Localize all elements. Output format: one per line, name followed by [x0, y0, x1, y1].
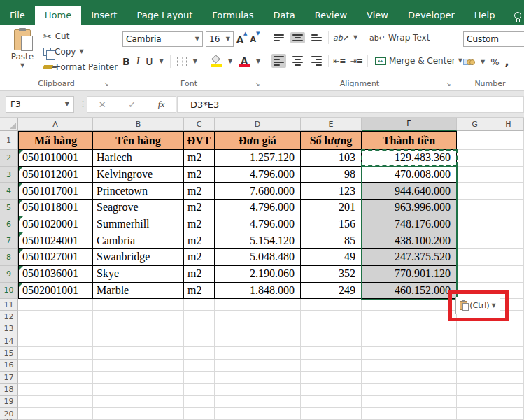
cell-F9[interactable]: 770.901.120	[362, 266, 457, 283]
cell-C18[interactable]	[184, 384, 215, 396]
row-header-4[interactable]: 4	[0, 183, 18, 200]
cell-D2[interactable]: 1.257.120	[215, 150, 301, 167]
cell-G13[interactable]	[457, 323, 493, 335]
paste-options-caret[interactable]: ▼	[492, 303, 496, 309]
cell-G15[interactable]	[457, 347, 493, 359]
cell-A14[interactable]	[18, 335, 93, 347]
cell-D15[interactable]	[215, 347, 301, 359]
accounting-format-button[interactable]	[463, 59, 475, 65]
row-header-3[interactable]: 3	[0, 167, 18, 183]
cell-E6[interactable]: 156	[301, 216, 362, 233]
cell-H16[interactable]	[493, 360, 524, 372]
paste-dropdown-caret[interactable]: ▼	[20, 63, 24, 69]
cell-H17[interactable]	[493, 372, 524, 384]
font-color-caret[interactable]: ▼	[256, 59, 260, 64]
enter-button[interactable]: ✓	[128, 99, 136, 110]
alignment-dialog-launcher[interactable]: ↘	[445, 80, 452, 88]
cell-G19[interactable]	[457, 396, 493, 408]
cell-B5[interactable]: Seagrove	[93, 200, 184, 216]
insert-function-button[interactable]: fx	[158, 99, 164, 110]
tell-me-search[interactable]: Tell me what	[514, 6, 524, 24]
cell-A16[interactable]	[18, 360, 93, 372]
cell-D3[interactable]: 4.796.000	[215, 167, 301, 183]
cell-E8[interactable]: 49	[301, 249, 362, 266]
cell-D17[interactable]	[215, 372, 301, 384]
name-box[interactable]: F3 ▼	[6, 96, 74, 113]
cell-G3[interactable]	[457, 167, 493, 183]
cell-C19[interactable]	[184, 396, 215, 408]
cell-F15[interactable]	[362, 347, 457, 359]
column-header-A[interactable]: A	[18, 118, 93, 131]
tab-insert[interactable]: Insert	[81, 6, 127, 24]
decrease-font-button[interactable]: A▼	[250, 34, 260, 44]
cell-H4[interactable]	[493, 183, 524, 200]
cell-E7[interactable]: 85	[301, 232, 362, 249]
percent-style-button[interactable]: %	[490, 57, 499, 67]
cell-F7[interactable]: 438.100.200	[362, 232, 457, 249]
row-header-10[interactable]: 10	[0, 283, 18, 300]
fill-color-caret[interactable]: ▼	[228, 59, 232, 64]
column-header-H[interactable]: H	[493, 118, 524, 131]
clipboard-dialog-launcher[interactable]: ↘	[103, 80, 110, 88]
cell-D13[interactable]	[215, 323, 301, 335]
cell-G1[interactable]	[457, 131, 493, 150]
cell-A1[interactable]: Mã hàng	[18, 131, 93, 150]
copy-dropdown-caret[interactable]: ▼	[79, 49, 83, 55]
cell-F20[interactable]	[362, 408, 457, 420]
accounting-caret[interactable]: ▼	[481, 59, 485, 65]
cell-E4[interactable]: 123	[301, 183, 362, 200]
cell-B3[interactable]: Kelvingrove	[93, 167, 184, 183]
row-header-5[interactable]: 5	[0, 200, 18, 216]
paste-options-button[interactable]: (Ctrl) ▼	[455, 297, 500, 314]
font-dialog-launcher[interactable]: ↘	[254, 80, 261, 88]
cell-C7[interactable]: m2	[184, 232, 215, 249]
cell-B1[interactable]: Tên hàng	[93, 131, 184, 150]
row-header-15[interactable]: 15	[0, 347, 18, 359]
cell-A9[interactable]: 0501036001	[18, 266, 93, 283]
row-header-19[interactable]: 19	[0, 396, 18, 408]
row-header-11[interactable]: 11	[0, 299, 18, 311]
cell-B18[interactable]	[93, 384, 184, 396]
cell-E3[interactable]: 98	[301, 167, 362, 183]
cell-D6[interactable]: 4.796.000	[215, 216, 301, 233]
cell-A10[interactable]: 0502001001	[18, 283, 93, 300]
cell-H15[interactable]	[493, 347, 524, 359]
cell-D1[interactable]: Đơn giá	[215, 131, 301, 150]
cell-B14[interactable]	[93, 335, 184, 347]
cell-B12[interactable]	[93, 311, 184, 323]
cell-F1[interactable]: Thành tiền	[362, 131, 457, 150]
cell-A3[interactable]: 0501012001	[18, 167, 93, 183]
merge-center-button[interactable]: ↔ Merge & Center ▼	[372, 55, 465, 67]
cell-C10[interactable]: m2	[184, 283, 215, 300]
cell-D4[interactable]: 7.680.000	[215, 183, 301, 200]
cell-D20[interactable]	[215, 408, 301, 420]
cell-H14[interactable]	[493, 335, 524, 347]
underline-caret[interactable]: ▼	[160, 59, 164, 64]
cell-D9[interactable]: 2.190.060	[215, 266, 301, 283]
decrease-indent-button[interactable]: ⇤≡	[333, 57, 346, 66]
cell-D12[interactable]	[215, 311, 301, 323]
cell-B4[interactable]: Princetown	[93, 183, 184, 200]
tab-data[interactable]: Data	[264, 6, 305, 24]
cell-E5[interactable]: 201	[301, 200, 362, 216]
bold-button[interactable]: B	[122, 56, 130, 67]
align-left-button[interactable]	[271, 54, 286, 68]
tab-review[interactable]: Review	[305, 6, 357, 24]
align-right-button[interactable]	[309, 54, 324, 68]
cell-F4[interactable]: 944.640.000	[362, 183, 457, 200]
cell-E1[interactable]: Số lượng	[301, 131, 362, 150]
cell-C20[interactable]	[184, 408, 215, 420]
cell-E13[interactable]	[301, 323, 362, 335]
cell-C11[interactable]	[184, 299, 215, 311]
cell-H1[interactable]	[493, 131, 524, 150]
cell-F5[interactable]: 963.996.000	[362, 200, 457, 216]
cell-H19[interactable]	[493, 396, 524, 408]
cell-C17[interactable]	[184, 372, 215, 384]
cell-C13[interactable]	[184, 323, 215, 335]
cell-E19[interactable]	[301, 396, 362, 408]
cell-C9[interactable]: m2	[184, 266, 215, 283]
cell-F17[interactable]	[362, 372, 457, 384]
cell-A19[interactable]	[18, 396, 93, 408]
column-header-B[interactable]: B	[93, 118, 184, 131]
cell-G7[interactable]	[457, 232, 493, 249]
